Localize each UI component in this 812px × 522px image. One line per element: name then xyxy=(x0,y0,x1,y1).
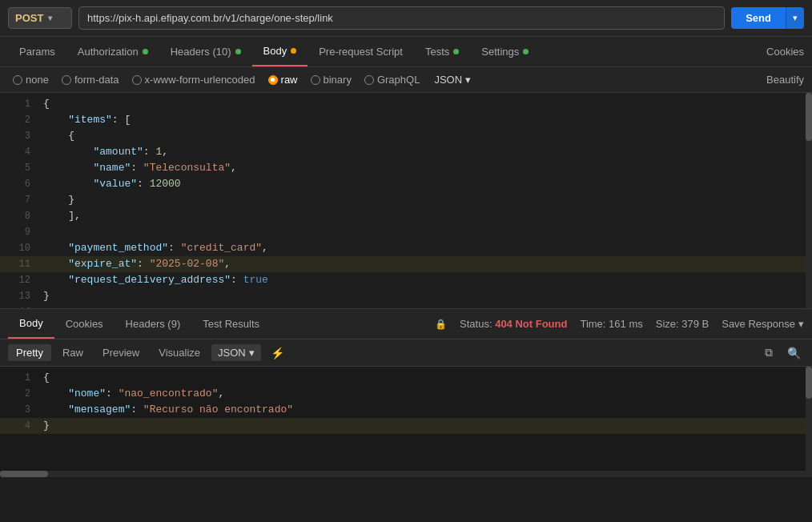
response-format-tabs: Pretty Raw Preview Visualize JSON ▾ ⚡ ⧉ … xyxy=(0,339,812,367)
line-number: 9 xyxy=(6,224,30,240)
tab-tests[interactable]: Tests xyxy=(414,38,470,66)
tab-authorization[interactable]: Authorization xyxy=(66,38,159,66)
send-button-group: Send ▾ xyxy=(731,7,804,29)
radio-x-www-icon xyxy=(132,75,142,85)
option-form-data[interactable]: form-data xyxy=(57,72,124,87)
line-number: 11 xyxy=(6,256,30,272)
send-button[interactable]: Send xyxy=(731,7,786,29)
resp-json-chevron-icon: ▾ xyxy=(249,347,255,359)
resp-tab-cookies[interactable]: Cookies xyxy=(54,310,115,338)
option-none[interactable]: none xyxy=(8,72,54,87)
resp-format-preview-label: Preview xyxy=(103,347,139,359)
line-number: 2 xyxy=(6,112,30,128)
time-value: 161 ms xyxy=(609,318,643,330)
save-response-button[interactable]: Save Response ▾ xyxy=(722,318,804,330)
line-content: "request_delivery_address": true xyxy=(43,272,806,288)
line-number: 5 xyxy=(6,160,30,176)
request-body-editor[interactable]: 1{2 "items": [3 {4 "amount": 1,5 "name":… xyxy=(0,93,812,309)
save-response-chevron-icon: ▾ xyxy=(798,318,804,330)
resp-scrollbar-h-thumb[interactable] xyxy=(0,471,48,477)
resp-tab-headers-label: Headers (9) xyxy=(126,318,181,330)
line-number: 14 xyxy=(6,304,30,309)
response-body-editor: 1{2 "nome": "nao_encontrado",3 "mensagem… xyxy=(0,367,812,471)
method-chevron-icon: ▾ xyxy=(48,14,52,22)
resp-scrollbar-v[interactable] xyxy=(806,367,812,471)
line-content: "items": [ xyxy=(43,112,806,128)
json-chevron-icon: ▾ xyxy=(465,74,471,86)
size-label: Size: 379 B xyxy=(656,318,709,330)
beautify-button[interactable]: Beautify xyxy=(766,74,804,86)
resp-format-pretty-label: Pretty xyxy=(16,347,43,359)
line-number: 12 xyxy=(6,272,30,288)
resp-line-content: "mensagem": "Recurso não encontrado" xyxy=(43,402,806,418)
cookies-link[interactable]: Cookies xyxy=(766,46,804,58)
resp-format-visualize[interactable]: Visualize xyxy=(151,344,208,361)
line-number: 8 xyxy=(6,208,30,224)
method-label: POST xyxy=(15,12,43,24)
resp-line-content: } xyxy=(43,418,806,434)
line-content: } xyxy=(43,288,806,304)
resp-tab-body[interactable]: Body xyxy=(8,309,54,339)
tab-params[interactable]: Params xyxy=(8,38,66,66)
resp-filter-icon[interactable]: ⚡ xyxy=(271,347,284,359)
code-line-9: 9 xyxy=(0,224,812,240)
send-dropdown-button[interactable]: ▾ xyxy=(786,7,804,29)
resp-line-number: 3 xyxy=(6,402,30,418)
line-content: ], xyxy=(43,208,806,224)
url-input[interactable] xyxy=(78,6,725,30)
resp-format-pretty[interactable]: Pretty xyxy=(8,344,51,361)
line-number: 10 xyxy=(6,240,30,256)
code-line-6: 6 "value": 12000 xyxy=(0,176,812,192)
option-graphql[interactable]: GraphQL xyxy=(360,72,424,87)
option-raw-label: raw xyxy=(281,74,298,86)
editor-scrollbar[interactable] xyxy=(806,93,812,308)
code-line-8: 8 ], xyxy=(0,208,812,224)
resp-format-raw[interactable]: Raw xyxy=(54,344,91,361)
tab-pre-request[interactable]: Pre-request Script xyxy=(308,38,414,66)
resp-scrollbar-thumb[interactable] xyxy=(806,367,812,399)
radio-none-icon xyxy=(13,75,22,85)
tab-headers-label: Headers (10) xyxy=(171,46,231,58)
resp-line-1: 1{ xyxy=(0,370,812,386)
resp-line-number: 2 xyxy=(6,386,30,402)
body-dot xyxy=(291,48,296,54)
resp-line-3: 3 "mensagem": "Recurso não encontrado" xyxy=(0,402,812,418)
code-line-14: 14 xyxy=(0,304,812,309)
resp-tab-test-results[interactable]: Test Results xyxy=(191,310,271,338)
line-content: { xyxy=(43,128,806,144)
code-line-2: 2 "items": [ xyxy=(0,112,812,128)
time-label: Time: 161 ms xyxy=(580,318,642,330)
json-type-selector[interactable]: JSON ▾ xyxy=(434,74,471,86)
status-label: Status: 404 Not Found xyxy=(460,318,567,330)
tab-headers[interactable]: Headers (10) xyxy=(159,38,252,66)
option-binary[interactable]: binary xyxy=(306,72,356,87)
option-none-label: none xyxy=(26,74,49,86)
line-number: 7 xyxy=(6,192,30,208)
resp-line-2: 2 "nome": "nao_encontrado", xyxy=(0,386,812,402)
tab-settings[interactable]: Settings xyxy=(470,38,540,66)
tab-body[interactable]: Body xyxy=(252,37,308,66)
resp-scrollbar-h[interactable] xyxy=(0,471,812,477)
json-type-label: JSON xyxy=(434,74,462,86)
code-line-12: 12 "request_delivery_address": true xyxy=(0,272,812,288)
resp-line-4: 4} xyxy=(0,418,812,434)
line-content: "value": 12000 xyxy=(43,176,806,192)
radio-form-data-icon xyxy=(62,75,71,85)
resp-copy-icon[interactable]: ⧉ xyxy=(762,344,776,361)
resp-json-selector[interactable]: JSON ▾ xyxy=(211,344,261,361)
method-selector[interactable]: POST ▾ xyxy=(8,7,72,29)
radio-binary-icon xyxy=(311,75,320,85)
editor-scrollbar-thumb[interactable] xyxy=(806,93,812,141)
status-lock-icon: 🔒 xyxy=(435,319,447,330)
size-value: 379 B xyxy=(681,318,709,330)
code-line-7: 7 } xyxy=(0,192,812,208)
resp-tab-headers[interactable]: Headers (9) xyxy=(115,310,192,338)
resp-format-preview[interactable]: Preview xyxy=(94,344,147,361)
code-line-3: 3 { xyxy=(0,128,812,144)
line-content: { xyxy=(43,96,806,112)
option-x-www[interactable]: x-www-form-urlencoded xyxy=(127,72,260,87)
resp-search-icon[interactable]: 🔍 xyxy=(784,345,804,361)
option-raw[interactable]: raw xyxy=(263,72,303,87)
save-response-label: Save Response xyxy=(722,318,795,330)
status-value: 404 Not Found xyxy=(495,318,567,330)
